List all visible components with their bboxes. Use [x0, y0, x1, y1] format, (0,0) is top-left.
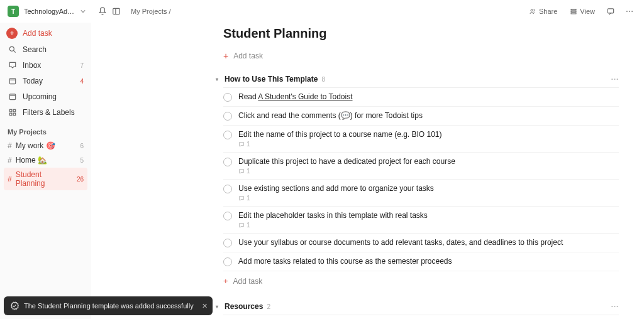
svg-rect-5: [571, 13, 576, 14]
more-icon[interactable]: [623, 4, 636, 18]
nav-label: Upcoming: [23, 92, 57, 101]
nav-count: 4: [80, 78, 84, 85]
task-title: Add more tasks related to this course as…: [238, 257, 619, 266]
plus-icon: +: [223, 276, 228, 286]
task-title: Use existing sections and add more to or…: [238, 184, 619, 193]
task-row[interactable]: Edit the placeholder tasks in this templ…: [223, 207, 619, 234]
task-title: Duplicate this project to have a dedicat…: [238, 157, 619, 166]
view-icon: [570, 8, 577, 15]
task-row[interactable]: Click and read the comments (💬) for more…: [223, 107, 619, 126]
svg-point-8: [629, 11, 630, 12]
view-label: View: [580, 8, 595, 15]
share-button[interactable]: Share: [525, 6, 561, 17]
sidebar: + Add task Search Inbox 7 Today 4 Upcomi…: [0, 23, 91, 319]
svg-point-10: [9, 46, 14, 51]
task-checkbox[interactable]: [223, 257, 232, 266]
hash-icon: #: [8, 175, 12, 183]
grid-icon: [8, 107, 18, 117]
task-row[interactable]: Use existing sections and add more to or…: [223, 180, 619, 207]
task-comment-count[interactable]: 1: [238, 141, 619, 148]
project-item-student-planning[interactable]: # Student Planning 26: [4, 168, 87, 190]
project-count: 26: [77, 176, 84, 183]
notifications-icon[interactable]: [96, 4, 109, 18]
task-checkbox[interactable]: [223, 158, 232, 166]
task-comment-count[interactable]: 1: [238, 168, 619, 175]
svg-point-9: [631, 11, 633, 12]
section-header[interactable]: ▾ How to Use This Template 8 ···: [223, 72, 619, 88]
section-howto: ▾ How to Use This Template 8 ··· Read A …: [223, 72, 619, 291]
view-button[interactable]: View: [566, 6, 599, 17]
collapse-icon[interactable]: ▾: [216, 304, 222, 310]
task-checkbox[interactable]: [223, 239, 232, 247]
project-item-mywork[interactable]: # My work 🎯 6: [4, 139, 87, 153]
close-icon[interactable]: ✕: [202, 302, 208, 310]
nav-search[interactable]: Search: [4, 42, 87, 57]
task-row[interactable]: Add more tasks related to this course as…: [223, 252, 619, 271]
project-title[interactable]: Student Planning: [223, 26, 619, 41]
add-task-top[interactable]: + Add task: [223, 48, 619, 72]
section-title: Resources: [225, 302, 263, 311]
project-count: 6: [80, 143, 84, 149]
projects-header[interactable]: My Projects: [4, 121, 87, 138]
task-row[interactable]: Use your syllabus or course documents to…: [223, 234, 619, 252]
nav-upcoming[interactable]: Upcoming: [4, 89, 87, 104]
add-task-section[interactable]: + Add task: [223, 271, 619, 291]
add-task-button[interactable]: + Add task: [4, 25, 87, 41]
sidebar-toggle-icon[interactable]: [109, 4, 123, 18]
share-label: Share: [539, 8, 557, 15]
svg-rect-19: [13, 109, 16, 112]
workspace-switcher[interactable]: T TechnologyAdv…: [8, 6, 96, 17]
task-row[interactable]: Read A Student's Guide to Todoist: [223, 88, 619, 107]
toast-notification: The Student Planning template was added …: [4, 296, 213, 315]
project-count: 5: [80, 157, 84, 164]
section-header[interactable]: ▾ Resources 2 ···: [223, 300, 619, 315]
section-more-icon[interactable]: ···: [611, 303, 619, 310]
task-title: Click and read the comments (💬) for more…: [238, 111, 619, 120]
task-checkbox[interactable]: [223, 93, 232, 102]
task-comment-count[interactable]: 1: [238, 195, 619, 202]
project-item-home[interactable]: # Home 🏡 5: [4, 153, 87, 167]
task-checkbox[interactable]: [223, 212, 232, 220]
svg-rect-18: [9, 109, 12, 112]
section-resources: ▾ Resources 2 ··· Add documents or links…: [223, 300, 619, 319]
section-description: Add documents or links you access regula…: [223, 315, 487, 319]
comments-panel-icon[interactable]: [604, 4, 618, 18]
svg-rect-3: [571, 9, 576, 11]
task-row[interactable]: Duplicate this project to have a dedicat…: [223, 153, 619, 180]
add-task-label: Add task: [233, 277, 263, 286]
svg-point-7: [626, 11, 628, 12]
task-checkbox[interactable]: [223, 112, 232, 121]
svg-rect-6: [608, 9, 613, 13]
project-name: Home 🏡: [16, 156, 47, 165]
hash-icon: #: [8, 156, 12, 165]
share-icon: [529, 8, 536, 15]
calendar-icon: [8, 76, 18, 86]
main-content: Student Planning + Add task ▾ How to Use…: [91, 23, 644, 319]
plus-icon: +: [223, 51, 228, 61]
section-more-icon[interactable]: ···: [611, 75, 619, 83]
collapse-icon[interactable]: ▾: [216, 77, 222, 82]
chevron-down-icon: [80, 9, 86, 14]
nav-label: Filters & Labels: [23, 108, 75, 117]
hash-icon: #: [8, 141, 12, 150]
task-checkbox[interactable]: [223, 185, 232, 193]
section-count: 8: [321, 76, 325, 83]
svg-line-11: [13, 50, 15, 52]
nav-inbox[interactable]: Inbox 7: [4, 58, 87, 73]
topbar-actions: Share View: [525, 4, 636, 18]
search-icon: [8, 45, 18, 55]
workspace-avatar: T: [8, 6, 19, 17]
check-badge-icon: [10, 301, 19, 310]
nav-today[interactable]: Today 4: [4, 73, 87, 89]
task-checkbox[interactable]: [223, 131, 232, 139]
breadcrumb[interactable]: My Projects /: [131, 8, 171, 15]
nav-filters[interactable]: Filters & Labels: [4, 105, 87, 120]
svg-rect-12: [9, 78, 15, 84]
task-row[interactable]: Edit the name of this project to a cours…: [223, 126, 619, 153]
task-comment-count[interactable]: 1: [238, 222, 619, 229]
add-task-label: Add task: [233, 51, 263, 60]
task-title: Edit the name of this project to a cours…: [238, 130, 619, 139]
task-title: Use your syllabus or course documents to…: [238, 238, 619, 247]
nav-label: Today: [23, 77, 43, 85]
nav-label: Inbox: [23, 61, 41, 70]
